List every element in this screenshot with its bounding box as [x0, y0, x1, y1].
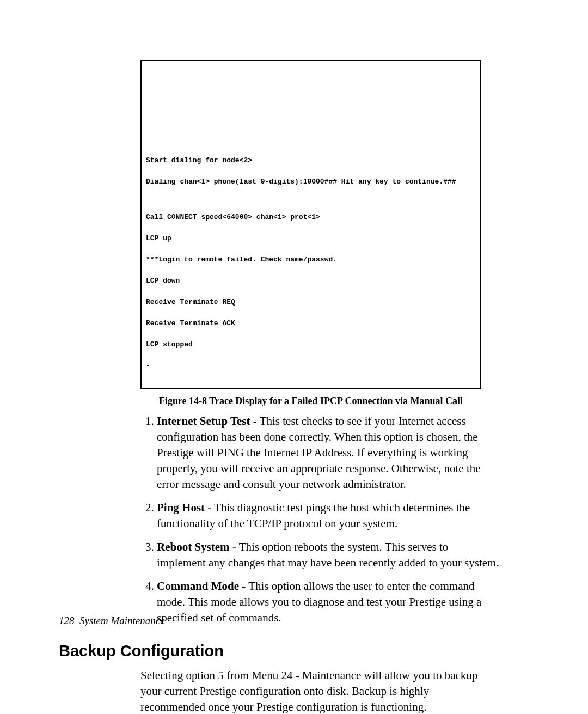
trace-line: Call CONNECT speed<64000> chan<1> prot<1…: [146, 213, 477, 221]
trace-line: ***Login to remote failed. Check name/pa…: [146, 256, 477, 263]
list-item: Ping Host - This diagnostic test pings t…: [157, 500, 500, 532]
list-item: Reboot System - This option reboots the …: [157, 539, 500, 571]
numbered-list: Internet Setup Test - This test checks t…: [140, 413, 500, 626]
trace-line: -: [146, 362, 477, 369]
list-item-title: Ping Host: [157, 501, 205, 514]
trace-figure-box: Start dialing for node<2> Dialing chan<1…: [140, 60, 481, 389]
trace-line: Dialing chan<1> phone(last 9-digits):100…: [146, 178, 477, 185]
trace-line: LCP up: [146, 235, 477, 242]
list-item-title: Internet Setup Test: [157, 414, 250, 428]
footer-label: System Maintenance: [79, 615, 165, 626]
section-heading: Backup Configuration: [59, 642, 529, 660]
list-item-title: Command Mode: [157, 579, 239, 593]
trace-line: Receive Terminate ACK: [146, 320, 477, 327]
page-footer: 128 System Maintenance: [59, 615, 165, 627]
list-item: Internet Setup Test - This test checks t…: [157, 413, 500, 492]
figure-caption: Figure 14-8 Trace Display for a Failed I…: [140, 395, 481, 407]
section-body: Selecting option 5 from Menu 24 - Mainte…: [140, 668, 489, 714]
trace-line: Receive Terminate REQ: [146, 298, 477, 306]
page: Start dialing for node<2> Dialing chan<1…: [0, 0, 588, 714]
page-number: 128: [59, 615, 75, 626]
trace-line: LCP stopped: [146, 341, 477, 348]
list-item: Command Mode - This option allows the us…: [157, 578, 500, 626]
list-item-title: Reboot System: [157, 540, 230, 553]
trace-line: LCP down: [146, 277, 477, 284]
trace-line: Start dialing for node<2>: [146, 157, 477, 164]
